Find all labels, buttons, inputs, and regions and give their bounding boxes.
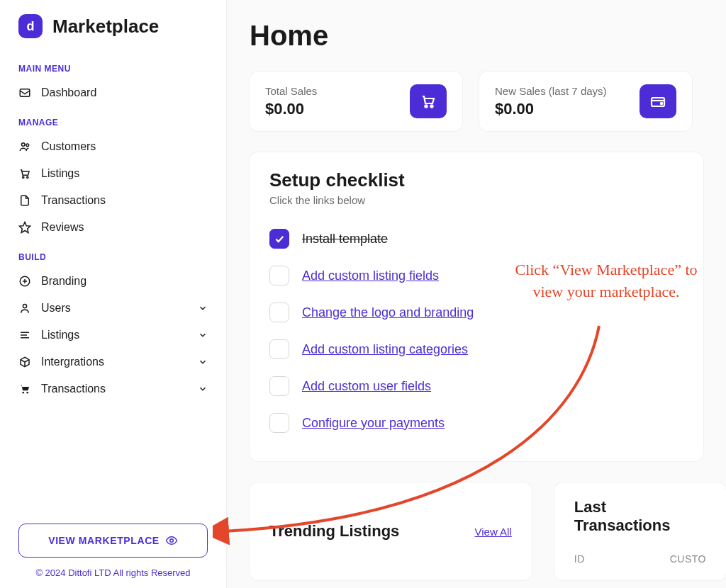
brand-logo: d xyxy=(18,14,43,38)
eye-icon xyxy=(165,534,178,547)
sidebar-item-label: Listings xyxy=(41,329,79,341)
sidebar-item-transactions[interactable]: Transactions xyxy=(0,187,226,214)
checkbox[interactable] xyxy=(269,413,289,433)
cart-outline-icon xyxy=(18,167,31,180)
annotation-text: Click “View Marketplace” to view your ma… xyxy=(507,259,705,303)
setup-checklist: Setup checklist Click the links below In… xyxy=(250,152,703,461)
svg-point-15 xyxy=(430,105,432,107)
panel-title: Trending Listings xyxy=(269,522,399,541)
stat-total-sales: Total Sales $0.00 xyxy=(250,72,462,131)
checkbox-checked[interactable] xyxy=(269,229,289,249)
sidebar-item-label: Transactions xyxy=(41,194,106,207)
section-label-build: BUILD xyxy=(0,241,226,268)
trending-listings-panel: Trending Listings View All xyxy=(250,482,532,580)
chevron-down-icon xyxy=(198,384,208,394)
svg-point-17 xyxy=(661,103,662,104)
sidebar-item-dashboard[interactable]: Dashboard xyxy=(0,79,226,106)
envelope-icon xyxy=(18,86,31,99)
svg-point-14 xyxy=(425,105,427,107)
svg-point-2 xyxy=(26,144,29,147)
chevron-down-icon xyxy=(198,303,208,313)
svg-marker-5 xyxy=(20,222,30,233)
table-header: ID CUSTO xyxy=(574,553,706,565)
svg-point-13 xyxy=(170,539,174,543)
stats-row: Total Sales $0.00 New Sales (last 7 days… xyxy=(250,72,726,131)
star-icon xyxy=(18,221,31,234)
brand-name: Marketplace xyxy=(52,16,159,38)
users-icon xyxy=(18,140,31,153)
bottom-row: Trending Listings View All Last Transact… xyxy=(250,482,726,580)
view-marketplace-button[interactable]: VIEW MARKETPLACE xyxy=(18,524,208,558)
svg-point-4 xyxy=(27,176,28,178)
view-marketplace-label: VIEW MARKETPLACE xyxy=(48,535,160,546)
checklist-link[interactable]: Change the logo and branding xyxy=(302,305,474,320)
user-icon xyxy=(18,302,31,315)
section-label-manage: MANAGE xyxy=(0,106,226,133)
stat-value: $0.00 xyxy=(495,100,607,118)
svg-rect-0 xyxy=(20,89,30,97)
sidebar-item-customers[interactable]: Customers xyxy=(0,133,226,160)
checklist-link[interactable]: Add custom listing fields xyxy=(302,268,439,283)
chevron-down-icon xyxy=(198,357,208,367)
checklist-item: Add custom listing categories xyxy=(269,331,683,368)
sidebar-item-integrations[interactable]: Intergrations xyxy=(0,349,226,375)
brand: d Marketplace xyxy=(0,14,226,52)
checkbox[interactable] xyxy=(269,266,289,285)
panel-title: Last Transactions xyxy=(574,498,706,535)
section-label-main-menu: MAIN MENU xyxy=(0,52,226,79)
sidebar-item-label: Transactions xyxy=(41,383,106,395)
sidebar-item-branding[interactable]: Branding xyxy=(0,268,226,295)
checklist-item: Install template xyxy=(269,220,683,257)
plus-circle-icon xyxy=(18,275,31,288)
sidebar-item-build-listings[interactable]: Listings xyxy=(0,322,226,349)
checklist-link[interactable]: Add custom listing categories xyxy=(302,342,468,357)
chevron-down-icon xyxy=(198,330,208,340)
column-id: ID xyxy=(574,553,585,565)
svg-point-1 xyxy=(22,143,26,147)
checklist-link[interactable]: Install template xyxy=(302,232,388,247)
sidebar-item-label: Users xyxy=(41,302,71,315)
checklist-link[interactable]: Add custom user fields xyxy=(302,379,431,394)
checklist-link[interactable]: Configure your payments xyxy=(302,416,445,431)
sidebar-item-build-transactions[interactable]: Transactions xyxy=(0,375,226,402)
view-all-link[interactable]: View All xyxy=(474,526,511,538)
cart-icon xyxy=(410,84,447,118)
document-icon xyxy=(18,194,31,207)
checklist-subtitle: Click the links below xyxy=(269,194,683,206)
stat-value: $0.00 xyxy=(265,100,317,118)
svg-rect-16 xyxy=(652,98,664,106)
sidebar-item-label: Intergrations xyxy=(41,356,104,368)
sidebar-item-users[interactable]: Users xyxy=(0,295,226,322)
stat-label: Total Sales xyxy=(265,85,317,97)
checklist-title: Setup checklist xyxy=(269,169,683,191)
sidebar-item-label: Listings xyxy=(41,167,79,180)
svg-point-12 xyxy=(26,392,28,394)
column-customer: CUSTO xyxy=(670,553,706,565)
sidebar-item-listings[interactable]: Listings xyxy=(0,160,226,187)
last-transactions-panel: Last Transactions ID CUSTO xyxy=(554,482,726,580)
cube-icon xyxy=(18,356,31,368)
checkbox[interactable] xyxy=(269,339,289,359)
stat-new-sales: New Sales (last 7 days) $0.00 xyxy=(479,72,692,131)
wallet-icon xyxy=(640,84,676,118)
checklist-item: Configure your payments xyxy=(269,405,683,441)
checkbox[interactable] xyxy=(269,376,289,396)
stat-label: New Sales (last 7 days) xyxy=(495,85,607,97)
page-title: Home xyxy=(250,20,726,52)
checklist-item: Add custom user fields xyxy=(269,368,683,405)
sidebar-item-reviews[interactable]: Reviews xyxy=(0,214,226,241)
checkbox[interactable] xyxy=(269,303,289,322)
svg-point-11 xyxy=(22,392,24,394)
sidebar-item-label: Reviews xyxy=(41,221,84,234)
list-icon xyxy=(18,329,31,341)
svg-point-7 xyxy=(23,304,26,307)
sidebar-item-label: Dashboard xyxy=(41,86,96,99)
copyright: © 2024 Dittofi LTD All rights Reserved xyxy=(18,567,208,578)
sidebar-item-label: Branding xyxy=(41,275,86,288)
svg-point-3 xyxy=(23,176,24,178)
sidebar: d Marketplace MAIN MENU Dashboard MANAGE… xyxy=(0,0,227,588)
sidebar-item-label: Customers xyxy=(41,140,96,153)
cart-solid-icon xyxy=(18,383,31,395)
